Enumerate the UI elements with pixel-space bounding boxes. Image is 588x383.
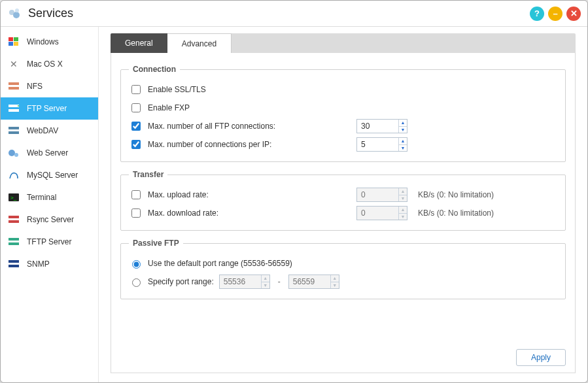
spinner[interactable]: ▲▼ xyxy=(398,120,407,133)
passive-to-input xyxy=(289,275,330,288)
tab-advanced[interactable]: Advanced xyxy=(167,33,232,53)
sidebar-item-label: WebDAV xyxy=(27,126,58,135)
svg-point-15 xyxy=(9,150,15,156)
app-icon xyxy=(7,7,22,21)
sidebar-item-nfs[interactable]: NFS xyxy=(1,75,98,97)
enable-fxp-label: Enable FXP xyxy=(148,103,190,112)
passive-to-field: ▲▼ xyxy=(288,275,339,289)
svg-rect-4 xyxy=(14,37,18,41)
max-all-checkbox[interactable] xyxy=(131,122,141,131)
nfs-icon xyxy=(7,80,20,92)
sidebar-item-webdav[interactable]: WebDAV xyxy=(1,120,98,142)
sidebar-item-label: Mac OS X xyxy=(27,59,63,69)
passive-default-row[interactable]: Use the default port range (55536-56559) xyxy=(129,258,292,269)
sidebar-item-label: SNMP xyxy=(27,259,50,269)
enable-fxp-checkbox[interactable] xyxy=(131,103,141,112)
max-perip-field[interactable]: ▲▼ xyxy=(356,137,407,152)
max-perip-label: Max. number of connections per IP: xyxy=(148,140,271,149)
upload-rate-checkbox[interactable] xyxy=(131,190,141,199)
sidebar-item-terminal[interactable]: >_ Terminal xyxy=(1,186,98,208)
spin-down-icon: ▼ xyxy=(399,195,407,202)
spinner: ▲▼ xyxy=(398,207,407,220)
mysql-icon xyxy=(7,169,20,181)
tabs: General Advanced xyxy=(111,33,576,53)
tab-general[interactable]: General xyxy=(111,33,167,53)
svg-text:>_: >_ xyxy=(10,195,17,201)
spin-up-icon: ▲ xyxy=(331,275,339,282)
enable-ssl-checkbox[interactable] xyxy=(131,85,141,94)
group-transfer: Transfer Max. upload rate: ▲▼ KB/s (0: N… xyxy=(120,170,566,231)
spin-down-icon[interactable]: ▼ xyxy=(399,127,407,133)
sidebar-item-ftp[interactable]: FTP Server xyxy=(1,97,98,120)
webserver-icon xyxy=(7,147,20,159)
download-rate-suffix: KB/s (0: No limitation) xyxy=(418,208,494,218)
group-legend: Passive FTP xyxy=(129,239,183,248)
svg-rect-9 xyxy=(9,87,19,90)
windows-icon xyxy=(7,36,20,48)
group-passive: Passive FTP Use the default port range (… xyxy=(120,239,566,299)
sidebar-item-label: MySQL Server xyxy=(27,171,78,180)
sidebar-item-mac[interactable]: ✕ Mac OS X xyxy=(1,53,98,75)
spin-down-icon: ▼ xyxy=(399,214,407,220)
rsync-icon xyxy=(7,214,20,225)
svg-rect-10 xyxy=(9,105,19,107)
passive-default-label: Use the default port range (55536-56559) xyxy=(148,259,292,268)
titlebar-buttons: ? – ✕ xyxy=(530,7,581,21)
passive-specify-row[interactable]: Specify port range: xyxy=(129,276,214,287)
svg-rect-13 xyxy=(9,127,19,129)
enable-fxp-row[interactable]: Enable FXP xyxy=(129,101,351,114)
max-perip-checkbox[interactable] xyxy=(131,140,141,149)
window-title: Services xyxy=(28,7,530,20)
spin-up-icon: ▲ xyxy=(399,188,407,195)
mac-icon: ✕ xyxy=(7,58,20,70)
max-perip-input[interactable] xyxy=(357,138,398,151)
help-button[interactable]: ? xyxy=(530,7,544,21)
spin-down-icon[interactable]: ▼ xyxy=(399,145,407,152)
tab-pane-advanced: Connection Enable SSL/TLS Enable FXP xyxy=(111,53,576,373)
spin-down-icon: ▼ xyxy=(331,282,339,289)
passive-from-input xyxy=(220,275,261,288)
sidebar-item-rsync[interactable]: Rsync Server xyxy=(1,208,98,231)
spin-up-icon[interactable]: ▲ xyxy=(399,120,407,127)
sidebar-item-mysql[interactable]: MySQL Server xyxy=(1,164,98,186)
services-window: Services ? – ✕ Windows ✕ Mac OS X NFS FT… xyxy=(0,0,588,383)
range-dash: - xyxy=(278,277,281,286)
upload-rate-row[interactable]: Max. upload rate: xyxy=(129,188,351,201)
download-rate-checkbox[interactable] xyxy=(131,208,141,218)
svg-rect-23 xyxy=(9,260,19,263)
spin-up-icon: ▲ xyxy=(399,207,407,214)
download-rate-input xyxy=(357,207,398,220)
sidebar: Windows ✕ Mac OS X NFS FTP Server WebDAV… xyxy=(1,27,99,382)
svg-rect-20 xyxy=(9,220,19,223)
group-connection: Connection Enable SSL/TLS Enable FXP xyxy=(120,65,566,162)
download-rate-row[interactable]: Max. download rate: xyxy=(129,207,351,220)
sidebar-item-tftp[interactable]: TFTP Server xyxy=(1,231,98,253)
svg-point-1 xyxy=(13,12,20,18)
apply-button[interactable]: Apply xyxy=(516,349,566,366)
sidebar-item-label: Rsync Server xyxy=(27,215,74,224)
enable-ssl-row[interactable]: Enable SSL/TLS xyxy=(129,83,351,96)
passive-specify-radio[interactable] xyxy=(132,278,141,287)
max-all-row[interactable]: Max. number of all FTP connections: xyxy=(129,120,351,133)
max-perip-row[interactable]: Max. number of connections per IP: xyxy=(129,138,351,151)
max-all-label: Max. number of all FTP connections: xyxy=(148,122,275,131)
download-rate-field: ▲▼ xyxy=(356,206,407,220)
ftp-icon xyxy=(7,103,20,114)
svg-rect-21 xyxy=(9,238,19,241)
terminal-icon: >_ xyxy=(7,192,20,203)
sidebar-item-label: Terminal xyxy=(27,193,56,202)
spin-up-icon[interactable]: ▲ xyxy=(399,138,407,145)
close-button[interactable]: ✕ xyxy=(566,7,581,21)
minimize-button[interactable]: – xyxy=(548,7,562,21)
spinner[interactable]: ▲▼ xyxy=(398,138,407,151)
sidebar-item-windows[interactable]: Windows xyxy=(1,31,98,53)
sidebar-item-snmp[interactable]: SNMP xyxy=(1,253,98,275)
max-all-field[interactable]: ▲▼ xyxy=(356,119,407,133)
passive-specify-label: Specify port range: xyxy=(148,277,214,286)
passive-default-radio[interactable] xyxy=(132,260,141,269)
sidebar-item-label: Windows xyxy=(27,37,59,46)
sidebar-item-label: NFS xyxy=(27,82,43,91)
sidebar-item-webserver[interactable]: Web Server xyxy=(1,142,98,164)
svg-rect-22 xyxy=(9,242,19,245)
max-all-input[interactable] xyxy=(357,120,398,133)
